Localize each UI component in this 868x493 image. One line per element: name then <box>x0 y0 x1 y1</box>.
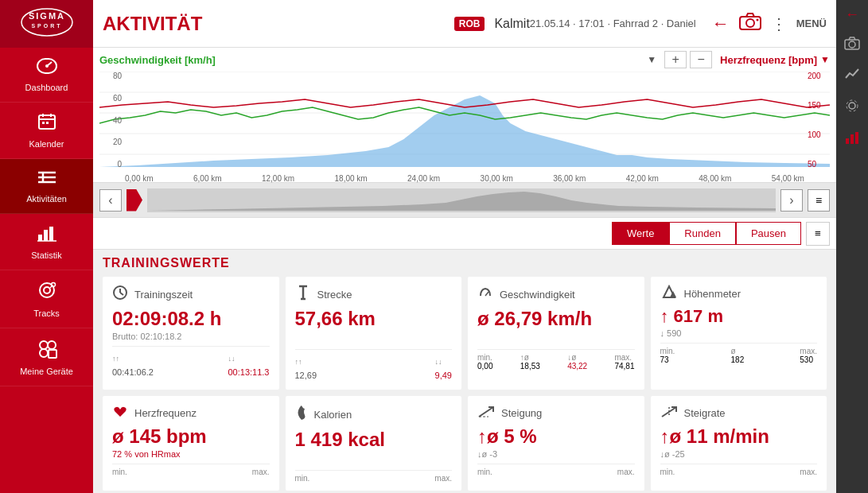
chart-zoom-controls: + − <box>664 51 712 68</box>
hoehe-min: min.73 <box>660 347 675 364</box>
svg-point-22 <box>51 283 55 287</box>
strecke-label: Strecke <box>317 289 352 301</box>
tab-pausen[interactable]: Pausen <box>736 222 801 245</box>
right-chart-icon[interactable] <box>844 67 860 85</box>
trainingszeit-icon <box>112 285 128 305</box>
geschwindigkeit-value: ø 26,79 km/h <box>477 308 635 330</box>
dots-menu-icon[interactable]: ⋮ <box>771 14 787 33</box>
svg-line-45 <box>479 407 493 417</box>
svg-rect-17 <box>44 230 48 241</box>
x-axis-labels: 0,00 km6,00 km12,00 km18,00 km24,00 km30… <box>125 174 804 183</box>
hz-max: max. <box>252 468 270 476</box>
geschwindigkeit-label: Geschwindigkeit <box>500 289 575 301</box>
kal-min: min. <box>295 474 310 483</box>
sr-min: min. <box>660 468 675 476</box>
strecke-up: ↑↑ 12,69 <box>295 353 317 382</box>
svg-rect-55 <box>855 132 858 144</box>
svg-point-51 <box>849 103 855 109</box>
right-settings-icon[interactable] <box>844 98 860 118</box>
user-tag: ROB <box>454 17 485 31</box>
kalorien-value: 1 419 kcal <box>295 429 453 451</box>
nav-left-button[interactable]: ‹ <box>99 189 122 212</box>
sidebar-label-statistik: Statistik <box>31 250 62 260</box>
steigung-label: Steigung <box>501 407 542 419</box>
right-panel: ← <box>836 0 868 493</box>
trainingszeit-down: ↓↓ 00:13:11.3 <box>228 350 270 378</box>
metric-strecke: Strecke 57,66 km ↑↑ 12,69 ↓↓ 9,49 <box>286 277 462 390</box>
sidebar-item-statistik[interactable]: Statistik <box>0 214 93 270</box>
sidebar: SIGMA SPORT Dashboard Kalende <box>0 0 93 493</box>
tabs-row: Werte Runden Pausen ≡ <box>93 218 836 250</box>
activity-meta: 21.05.14 · 17:01 · Fahrrad 2 · Daniel <box>530 17 696 29</box>
sidebar-item-aktivitaeten[interactable]: Aktivitäten <box>0 159 93 214</box>
metrics-grid: Trainingszeit 02:09:08.2 h Brutto: 02:10… <box>103 277 827 491</box>
chart-right-dropdown[interactable]: ▼ <box>820 54 830 65</box>
chart-left-dropdown[interactable]: ▼ <box>647 54 656 65</box>
speed-down: ↓ø43,22 <box>567 353 587 371</box>
metric-steigrate: Steigrate ↑ø 11 m/min ↓ø -25 min. max. <box>651 396 827 491</box>
speed-min: min.0,00 <box>477 353 492 371</box>
tabs-menu-button[interactable]: ≡ <box>806 222 830 246</box>
nav-marker <box>127 189 142 212</box>
herzfrequenz-sub: 72 % von HRmax <box>112 449 270 459</box>
statistik-icon <box>37 223 57 247</box>
header-actions: ← ⋮ MENÜ <box>712 12 827 35</box>
svg-rect-10 <box>42 122 45 124</box>
svg-text:SIGMA: SIGMA <box>28 11 64 21</box>
stg-min: min. <box>477 468 492 476</box>
svg-point-5 <box>45 64 49 68</box>
sidebar-label-meine-geraete: Meine Geräte <box>20 367 73 376</box>
chart-left-label: Geschwindigkeit [km/h] <box>99 54 644 66</box>
stg-max: max. <box>617 468 635 476</box>
tab-werte[interactable]: Werte <box>612 222 669 245</box>
svg-line-42 <box>485 292 488 296</box>
trainingszeit-label: Trainingszeit <box>134 289 193 301</box>
hoehe-max: max.530 <box>800 347 817 364</box>
metric-herzfrequenz: Herzfrequenz ø 145 bpm 72 % von HRmax mi… <box>103 396 279 491</box>
svg-rect-53 <box>846 138 849 144</box>
speed-up: ↑ø18,53 <box>520 353 540 371</box>
right-bar-chart-icon[interactable] <box>844 130 860 149</box>
svg-rect-16 <box>38 235 42 241</box>
camera-button[interactable] <box>739 12 761 35</box>
sigma-logo: SIGMA SPORT <box>0 0 93 48</box>
svg-point-30 <box>756 19 758 21</box>
hoehenmeter-sub: ↓ 590 <box>660 328 818 338</box>
right-back-icon[interactable]: ← <box>845 6 859 23</box>
metric-trainingszeit: Trainingszeit 02:09:08.2 h Brutto: 02:10… <box>103 277 279 390</box>
nav-right-button[interactable]: › <box>780 189 803 212</box>
svg-rect-54 <box>850 134 854 144</box>
right-camera-icon[interactable] <box>844 36 860 54</box>
svg-marker-44 <box>670 291 676 297</box>
zoom-in-button[interactable]: + <box>664 51 687 68</box>
tab-runden[interactable]: Runden <box>669 222 736 245</box>
zoom-out-button[interactable]: − <box>690 51 712 68</box>
sidebar-item-tracks[interactable]: Tracks <box>0 270 93 328</box>
herzfrequenz-icon <box>112 404 128 422</box>
nav-menu-button[interactable]: ≡ <box>808 189 830 212</box>
svg-rect-11 <box>46 122 49 124</box>
steigrate-sub: ↓ø -25 <box>660 449 818 459</box>
sidebar-item-dashboard[interactable]: Dashboard <box>0 48 93 103</box>
kalorien-icon <box>295 404 308 425</box>
metric-hoehenmeter: Höhenmeter ↑ 617 m ↓ 590 min.73 ø182 max… <box>651 277 827 390</box>
metric-kalorien: Kalorien 1 419 kcal min. max. <box>286 396 462 491</box>
chart-right-label: Herzfrequenz [bpm] <box>720 54 817 66</box>
svg-point-26 <box>40 349 48 357</box>
back-button[interactable]: ← <box>712 14 730 34</box>
aktivitaeten-icon <box>37 169 57 191</box>
sidebar-label-dashboard: Dashboard <box>25 83 68 92</box>
steigrate-label: Steigrate <box>684 407 726 419</box>
navigator: ‹ › ≡ <box>93 183 836 218</box>
svg-point-29 <box>746 19 754 27</box>
sidebar-item-meine-geraete[interactable]: Meine Geräte <box>0 328 93 386</box>
sidebar-item-kalender[interactable]: Kalender <box>0 103 93 159</box>
meine-geraete-icon <box>37 338 57 363</box>
page-title: AKTIVITÄT <box>103 13 438 35</box>
nav-track[interactable] <box>147 188 776 212</box>
menu-label[interactable]: MENÜ <box>796 17 827 29</box>
steigung-icon <box>477 404 495 422</box>
trainingszeit-sub: Brutto: 02:10:18.2 <box>112 332 270 341</box>
svg-point-52 <box>847 100 858 111</box>
hoehenmeter-label: Höhenmeter <box>684 288 741 300</box>
